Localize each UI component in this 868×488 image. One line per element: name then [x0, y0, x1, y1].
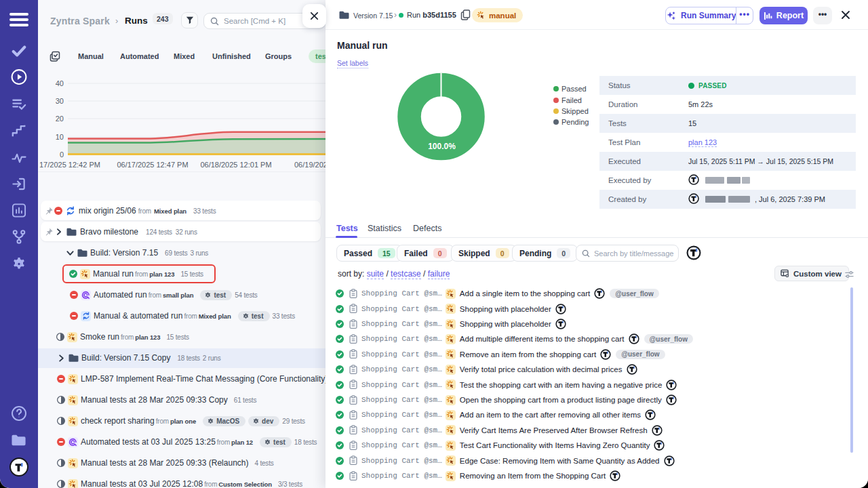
svg-text:06/17/2025 12:47 PM: 06/17/2025 12:47 PM — [117, 161, 188, 169]
svg-text:100.0%: 100.0% — [428, 142, 456, 151]
svg-text:30: 30 — [56, 97, 64, 105]
svg-text:10: 10 — [56, 133, 64, 141]
svg-text:20: 20 — [56, 115, 64, 123]
svg-text:06/19/2025 11:5: 06/19/2025 11:5 — [294, 161, 326, 169]
svg-text:06/18/2025 12:01 PM: 06/18/2025 12:01 PM — [200, 161, 271, 169]
svg-text:0: 0 — [60, 150, 64, 159]
svg-text:40: 40 — [56, 79, 64, 87]
svg-text:17/2025 12:42 PM: 17/2025 12:42 PM — [39, 161, 100, 169]
